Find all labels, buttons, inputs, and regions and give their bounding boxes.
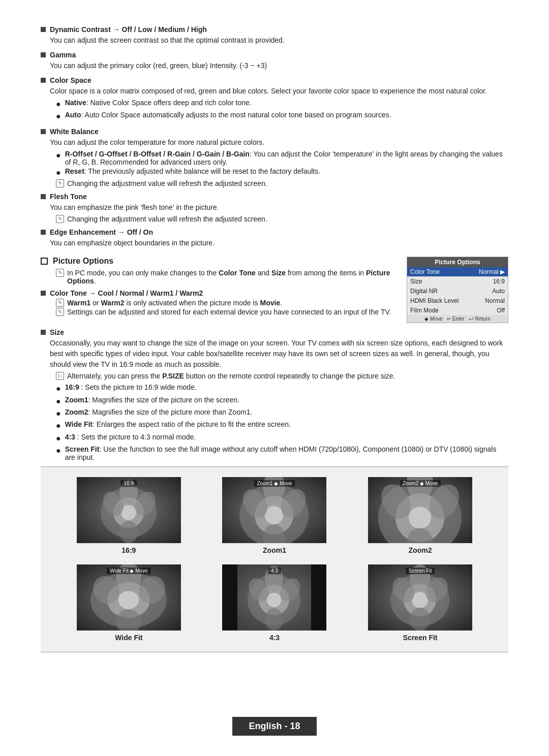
osd-value: Off bbox=[497, 307, 505, 314]
overlay-text-zoom1: Zoom1 ◆ Move bbox=[254, 480, 295, 487]
overlay-text-43: 4:3 bbox=[268, 568, 281, 574]
svg-point-23 bbox=[118, 591, 139, 609]
bullet-icon bbox=[41, 330, 46, 335]
flesh-tone-text: You can emphasize the pink 'flesh tone' … bbox=[50, 202, 508, 213]
osd-value: 16:9 bbox=[493, 278, 505, 285]
size-image-wide-fit: Wide Fit ◆ Move bbox=[77, 564, 181, 631]
size-image-169: 16:9 bbox=[77, 477, 181, 543]
color-tone-header: Color Tone → Cool / Normal / Warm1 / War… bbox=[41, 289, 396, 297]
osd-label: HDMI Black Level bbox=[410, 297, 459, 304]
color-tone-note1-text: Warm1 or Warm2 is only activated when th… bbox=[67, 299, 282, 307]
size-bullet-zoom2: ● Zoom2: Magnifies the size of the pictu… bbox=[56, 408, 508, 419]
osd-label: Color Tone bbox=[410, 268, 440, 275]
color-space-auto: ● Auto: Auto Color Space automatically a… bbox=[56, 111, 508, 122]
page-content: Dynamic Contrast → Off / Low / Medium / … bbox=[0, 0, 549, 693]
osd-label: Digital NR bbox=[410, 288, 438, 295]
bullet-dot: ● bbox=[56, 167, 61, 178]
size-item-zoom2: Zoom2 ◆ Move Zoom2 bbox=[352, 477, 488, 554]
size-label-169: 16:9 bbox=[121, 546, 136, 554]
picture-options-wrapper: Picture Options ✎ In PC mode, you can on… bbox=[41, 257, 508, 652]
white-balance-header: White Balance bbox=[41, 128, 508, 136]
size-169-text: 16:9 : Sets the picture to 16:9 wide mod… bbox=[65, 383, 197, 391]
size-bullet-169: ● 16:9 : Sets the picture to 16:9 wide m… bbox=[56, 383, 508, 394]
overlay-text-169: 16:9 bbox=[121, 480, 137, 487]
osd-menu-title: Picture Options bbox=[407, 257, 508, 267]
bullet-icon bbox=[41, 78, 46, 83]
color-tone-note1: ✎ Warm1 or Warm2 is only activated when … bbox=[56, 299, 396, 307]
gamma-text: You can adjust the primary color (red, g… bbox=[50, 60, 508, 71]
color-space-title: Color Space bbox=[50, 76, 92, 84]
bullet-icon bbox=[41, 27, 46, 32]
bullet-icon bbox=[41, 230, 46, 235]
edge-enhancement-text: You can emphasize object boundaries in t… bbox=[50, 238, 508, 248]
size-bullet-wide-fit: ● Wide Fit: Enlarges the aspect ratio of… bbox=[56, 420, 508, 431]
size-item-zoom1: Zoom1 ◆ Move Zoom1 bbox=[207, 477, 343, 554]
size-bullet-zoom1: ● Zoom1: Magnifies the size of the pictu… bbox=[56, 396, 508, 407]
flesh-tone-title: Flesh Tone bbox=[50, 193, 87, 201]
color-tone-title: Color Tone → Cool / Normal / Warm1 / War… bbox=[50, 289, 203, 297]
picture-options-header: Picture Options bbox=[41, 257, 396, 266]
size-zoom1-text: Zoom1: Magnifies the size of the picture… bbox=[65, 396, 239, 404]
flower-svg bbox=[368, 564, 472, 631]
osd-row-hdmi: HDMI Black Level Normal bbox=[407, 296, 508, 306]
size-grid: 16:9 16:9 bbox=[61, 477, 488, 642]
native-text: Native: Native Color Space offers deep a… bbox=[65, 99, 252, 107]
bullet-dot: ● bbox=[56, 383, 61, 394]
osd-menu-table: Picture Options Color Tone Normal ▶ Size… bbox=[407, 257, 508, 323]
checkbox-icon bbox=[41, 258, 48, 265]
bullet-icon bbox=[41, 129, 46, 134]
flesh-tone-note: ✎ Changing the adjustment value will ref… bbox=[56, 215, 508, 223]
edge-enhancement-title: Edge Enhancement → Off / On bbox=[50, 228, 153, 236]
color-space-native: ● Native: Native Color Space offers deep… bbox=[56, 99, 508, 110]
flower-svg bbox=[77, 564, 181, 631]
svg-point-41 bbox=[410, 608, 430, 631]
white-balance-text: You can adjust the color temperature for… bbox=[50, 137, 508, 148]
flower-svg bbox=[368, 477, 472, 543]
white-balance-rgb: ● R-Offset / G-Offset / B-Offset / R-Gai… bbox=[56, 150, 508, 166]
svg-point-16 bbox=[409, 507, 431, 529]
size-item-43: 4:3 4:3 bbox=[207, 564, 343, 642]
svg-point-9 bbox=[265, 506, 283, 524]
rgb-text: R-Offset / G-Offset / B-Offset / R-Gain … bbox=[65, 150, 508, 166]
size-section: Size Occasionally, you may want to chang… bbox=[41, 328, 508, 461]
osd-label: Film Mode bbox=[410, 307, 439, 314]
svg-point-30 bbox=[267, 593, 281, 607]
size-title: Size bbox=[50, 328, 64, 336]
note-icon: ✎ bbox=[56, 215, 64, 223]
osd-row-size: Size 16:9 bbox=[407, 277, 508, 287]
size-item-wide-fit: Wide Fit ◆ Move Wide Fit bbox=[61, 564, 197, 642]
overlay-text-wide-fit: Wide Fit ◆ Move bbox=[107, 568, 151, 574]
bullet-dot: ● bbox=[56, 99, 61, 110]
bullet-icon bbox=[41, 194, 46, 199]
svg-point-34 bbox=[265, 608, 283, 631]
bullet-dot: ● bbox=[56, 445, 61, 456]
osd-menu: Picture Options Color Tone Normal ▶ Size… bbox=[407, 257, 508, 323]
size-43-text: 4:3 : Sets the picture to 4:3 normal mod… bbox=[65, 433, 196, 441]
size-image-zoom2: Zoom2 ◆ Move bbox=[368, 477, 472, 543]
picture-options-section: Picture Options ✎ In PC mode, you can on… bbox=[41, 257, 508, 323]
footer-label: English - 18 bbox=[232, 717, 316, 736]
size-item-screen-fit: Screen Fit Screen Fit bbox=[352, 564, 488, 642]
osd-value: Normal ▶ bbox=[479, 268, 505, 275]
right-bar bbox=[311, 564, 326, 631]
size-wide-fit-text: Wide Fit: Enlarges the aspect ratio of t… bbox=[65, 420, 291, 428]
picture-options-note: ✎ In PC mode, you can only make changes … bbox=[56, 269, 396, 285]
flesh-tone-note-text: Changing the adjustment value will refre… bbox=[67, 215, 267, 223]
flower-svg bbox=[222, 477, 326, 543]
note-icon: ✎ bbox=[56, 269, 64, 277]
size-label-zoom1: Zoom1 bbox=[263, 546, 286, 554]
size-image-43: 4:3 bbox=[222, 564, 326, 631]
page-footer: English - 18 bbox=[0, 717, 549, 736]
osd-value: Normal bbox=[485, 297, 505, 304]
osd-label: Size bbox=[410, 278, 422, 285]
dynamic-contrast-header: Dynamic Contrast → Off / Low / Medium / … bbox=[41, 25, 508, 34]
color-tone-note2: ✎ Settings can be adjusted and stored fo… bbox=[56, 308, 396, 316]
osd-value: Auto bbox=[492, 288, 505, 295]
bullet-dot: ● bbox=[56, 420, 61, 431]
picture-options-left: Picture Options ✎ In PC mode, you can on… bbox=[41, 257, 396, 317]
edge-enhancement-section: Edge Enhancement → Off / On You can emph… bbox=[41, 228, 508, 248]
color-space-header: Color Space bbox=[41, 76, 508, 84]
size-label-43: 4:3 bbox=[269, 634, 280, 642]
left-bar bbox=[222, 564, 237, 631]
dynamic-contrast-section: Dynamic Contrast → Off / Low / Medium / … bbox=[41, 25, 508, 46]
